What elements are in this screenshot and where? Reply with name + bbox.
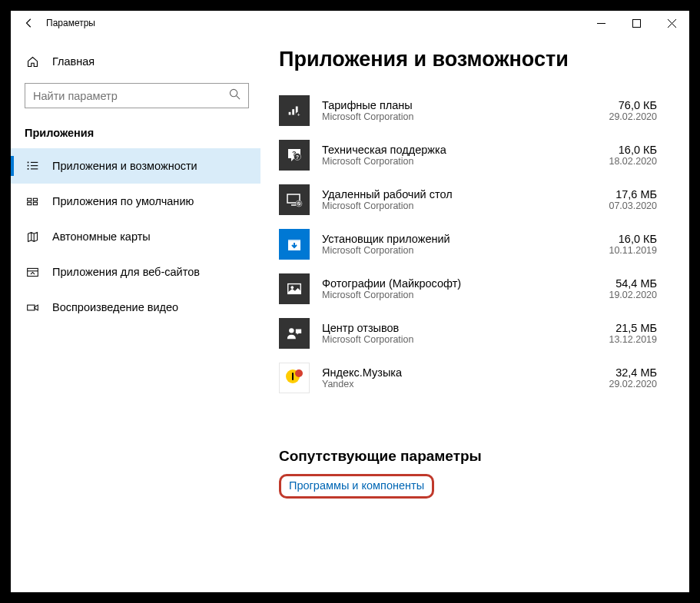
defaults-icon (25, 195, 40, 208)
sidebar-item-label: Приложения для веб-сайтов (52, 266, 200, 278)
svg-rect-20 (292, 109, 294, 114)
sidebar-item-label: Приложения по умолчанию (52, 195, 194, 207)
sidebar-item-2[interactable]: Автономные карты (11, 219, 260, 254)
svg-rect-33 (288, 240, 300, 242)
programs-components-link[interactable]: Программы и компоненты (281, 476, 432, 496)
map-icon (25, 230, 40, 244)
app-row[interactable]: Центр отзывовMicrosoft Corporation21,5 М… (279, 311, 657, 356)
app-publisher: Yandex (322, 379, 596, 389)
app-meta: 16,0 КБ10.11.2019 (609, 233, 657, 256)
app-publisher: Microsoft Corporation (322, 200, 596, 211)
app-publisher: Microsoft Corporation (322, 245, 596, 256)
window-title: Параметры (46, 18, 95, 28)
app-meta: 21,5 МБ13.12.2019 (609, 322, 657, 345)
app-name: Фотографии (Майкрософт) (322, 277, 596, 290)
app-row[interactable]: Установщик приложенийMicrosoft Corporati… (279, 222, 657, 267)
svg-rect-6 (27, 161, 28, 163)
app-meta: 16,0 КБ18.02.2020 (609, 144, 657, 167)
svg-rect-19 (289, 112, 291, 115)
app-publisher: Microsoft Corporation (322, 290, 596, 300)
app-icon (279, 184, 310, 215)
app-icon (279, 273, 310, 304)
list-icon (25, 160, 40, 173)
svg-rect-18 (27, 305, 34, 310)
app-meta: 54,4 МБ19.02.2020 (609, 277, 657, 300)
home-label: Главная (52, 55, 95, 68)
app-date: 29.02.2020 (609, 111, 657, 122)
svg-rect-15 (33, 202, 37, 204)
sidebar: Главная Приложения Приложения и возможно… (11, 35, 260, 592)
app-date: 18.02.2020 (609, 156, 657, 167)
app-size: 16,0 КБ (619, 233, 657, 245)
minimize-button[interactable] (583, 11, 619, 35)
app-row[interactable]: +Тарифные планыMicrosoft Corporation76,0… (279, 88, 657, 133)
video-icon (25, 301, 40, 314)
app-row[interactable]: Удаленный рабочий столMicrosoft Corporat… (279, 177, 657, 222)
search-icon (229, 88, 241, 103)
app-row[interactable]: Яндекс.МузыкаYandex32,4 МБ29.02.2020 (279, 356, 657, 400)
app-row[interactable]: Фотографии (Майкрософт)Microsoft Corpora… (279, 267, 657, 311)
app-size: 17,6 МБ (615, 188, 657, 200)
search-input[interactable] (25, 83, 249, 108)
app-meta: 17,6 МБ07.03.2020 (609, 188, 657, 211)
app-name: Удаленный рабочий стол (322, 188, 596, 200)
web-icon (25, 266, 40, 279)
app-size: 32,4 МБ (615, 366, 657, 379)
app-name: Установщик приложений (322, 233, 596, 245)
app-info: Яндекс.МузыкаYandex (322, 366, 596, 389)
back-button[interactable] (17, 11, 41, 35)
app-icon (279, 363, 310, 393)
svg-rect-39 (292, 373, 294, 380)
app-date: 29.02.2020 (609, 379, 657, 389)
app-info: Фотографии (Майкрософт)Microsoft Corpora… (322, 277, 596, 300)
sidebar-item-0[interactable]: Приложения и возможности (11, 148, 260, 184)
app-size: 76,0 КБ (619, 99, 657, 111)
app-icon: ?? (279, 140, 310, 171)
app-name: Центр отзывов (322, 322, 596, 334)
related-heading: Сопутствующие параметры (279, 448, 657, 465)
app-meta: 76,0 КБ29.02.2020 (609, 99, 657, 122)
svg-rect-13 (27, 202, 31, 204)
close-button[interactable] (654, 11, 689, 35)
svg-text:?: ? (296, 154, 299, 160)
app-info: Установщик приложенийMicrosoft Corporati… (322, 233, 596, 256)
settings-window: Параметры Главная (11, 11, 689, 592)
app-size: 16,0 КБ (619, 144, 657, 156)
svg-rect-14 (33, 198, 37, 200)
app-info: Удаленный рабочий столMicrosoft Corporat… (322, 188, 596, 211)
svg-text:+: + (297, 112, 300, 118)
app-date: 13.12.2019 (609, 334, 657, 345)
app-info: Тарифные планыMicrosoft Corporation (322, 99, 596, 122)
app-name: Техническая поддержка (322, 144, 596, 156)
search-field[interactable] (33, 90, 225, 102)
app-meta: 32,4 МБ29.02.2020 (609, 366, 657, 389)
svg-line-5 (237, 96, 240, 99)
svg-rect-1 (632, 19, 640, 27)
main-content: Приложения и возможности +Тарифные планы… (260, 35, 689, 592)
titlebar: Параметры (11, 11, 689, 35)
svg-point-35 (290, 286, 294, 289)
svg-point-4 (230, 89, 237, 96)
highlight-annotation: Программы и компоненты (279, 474, 434, 499)
maximize-button[interactable] (619, 11, 654, 35)
sidebar-item-label: Автономные карты (52, 230, 151, 243)
app-info: Центр отзывовMicrosoft Corporation (322, 322, 596, 345)
app-name: Тарифные планы (322, 99, 596, 111)
app-size: 21,5 МБ (615, 322, 657, 334)
app-info: Техническая поддержкаMicrosoft Corporati… (322, 144, 596, 167)
app-icon (279, 229, 310, 260)
app-publisher: Microsoft Corporation (322, 111, 596, 122)
app-row[interactable]: ??Техническая поддержкаMicrosoft Corpora… (279, 133, 657, 177)
app-size: 54,4 МБ (615, 277, 657, 290)
svg-point-38 (295, 369, 303, 377)
app-publisher: Microsoft Corporation (322, 334, 596, 345)
page-title: Приложения и возможности (279, 48, 657, 71)
svg-rect-12 (27, 198, 31, 200)
sidebar-item-label: Приложения и возможности (52, 160, 197, 172)
svg-rect-7 (27, 164, 28, 166)
sidebar-item-4[interactable]: Воспроизведение видео (11, 290, 260, 325)
sidebar-item-1[interactable]: Приложения по умолчанию (11, 184, 260, 219)
home-link[interactable]: Главная (11, 46, 260, 77)
app-icon: + (279, 95, 310, 126)
sidebar-item-3[interactable]: Приложения для веб-сайтов (11, 254, 260, 290)
